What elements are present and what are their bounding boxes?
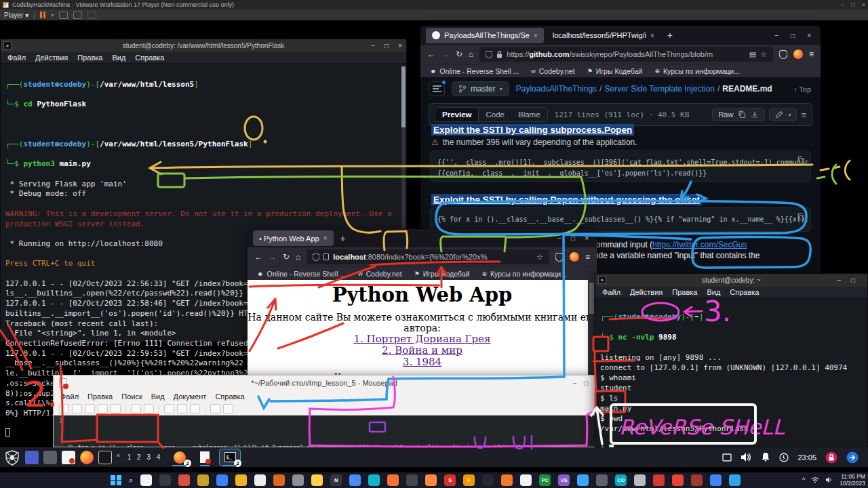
minimize-button[interactable]: −: [573, 380, 577, 387]
save-icon[interactable]: [85, 404, 95, 413]
new-file-icon[interactable]: [59, 404, 69, 413]
bookmark-item[interactable]: ⚑Игры Кодебай: [587, 67, 643, 75]
pinned-app-icon[interactable]: VS: [558, 474, 570, 486]
menu-item[interactable]: Правка: [77, 54, 102, 62]
bookmark-item[interactable]: ⊕Курсы по информаци...: [481, 270, 566, 278]
pinned-app-icon[interactable]: [254, 474, 266, 486]
vmware-close-button[interactable]: ×: [862, 1, 865, 8]
pinned-app-icon[interactable]: [197, 474, 209, 486]
breadcrumb-folder-link[interactable]: Server Side Template Injection: [604, 84, 715, 94]
tab-blame[interactable]: Blame: [511, 108, 547, 121]
tab-localhost-phptwig[interactable]: localhost/lesson5/PHPTwig/i ×: [547, 28, 660, 43]
menu-item[interactable]: Справка: [135, 54, 164, 62]
bookmark-item[interactable]: wCodeby.net: [531, 67, 574, 75]
mousepad-titlebar[interactable]: *~/Рабочий стол/tmp_lesson_5 - Mousepad …: [54, 375, 595, 390]
terminal1-titlebar[interactable]: » student@codeby: /var/www/html/lesson5/…: [1, 39, 406, 52]
pinned-app-icon[interactable]: U: [520, 474, 532, 486]
pinned-app-icon[interactable]: [596, 474, 608, 486]
code-block-2[interactable]: {% for x in ().__class__.__base__.__subc…: [430, 207, 811, 232]
hamburger-menu-icon[interactable]: ≡: [585, 252, 590, 262]
pinned-app-icon[interactable]: [216, 474, 228, 486]
home-button[interactable]: ⌂: [296, 252, 300, 262]
copy-icon[interactable]: [738, 110, 746, 119]
menu-item[interactable]: Действия: [630, 288, 663, 296]
new-tab-button[interactable]: +: [667, 30, 673, 41]
kali-bug-logo-icon[interactable]: [4, 449, 20, 466]
tray-expand-icon[interactable]: ^: [802, 476, 805, 483]
menu-item[interactable]: Файл: [7, 54, 26, 62]
vmware-player-menu[interactable]: Player ▾: [4, 12, 28, 19]
save-as-icon[interactable]: [98, 404, 108, 413]
display-settings-icon[interactable]: [25, 451, 39, 464]
send-ctrl-alt-del-icon[interactable]: [59, 12, 68, 19]
minimize-button[interactable]: −: [774, 32, 778, 39]
forward-button[interactable]: →: [441, 49, 450, 59]
pinned-app-icon[interactable]: [235, 474, 247, 486]
copy-icon[interactable]: [797, 213, 805, 221]
windows-start-button[interactable]: [111, 475, 121, 486]
undo-icon[interactable]: [131, 404, 141, 413]
bookmark-item[interactable]: ⊕Курсы по информаци...: [654, 67, 739, 75]
workspace-switcher[interactable]: 1 2 3 4: [127, 453, 163, 461]
pinned-app-icon[interactable]: [577, 474, 589, 486]
pinned-app-icon[interactable]: [653, 474, 665, 486]
close-button[interactable]: ×: [807, 32, 811, 39]
menu-item[interactable]: Справка: [730, 288, 759, 296]
bookmark-star-icon[interactable]: ☆: [760, 50, 767, 59]
menu-item[interactable]: Файл: [602, 288, 620, 296]
menu-item[interactable]: Вид: [112, 54, 125, 62]
pinned-app-icon[interactable]: N: [330, 474, 342, 486]
pinned-app-icon[interactable]: [634, 474, 646, 486]
pinned-app-icon[interactable]: [406, 474, 418, 486]
menu-item[interactable]: Поиск: [121, 392, 142, 401]
bookmark-item[interactable]: ⚑Игры Кодебай: [414, 270, 470, 278]
bookmark-item[interactable]: ☻Online - Reverse Shell ...: [257, 270, 346, 278]
edit-button-group[interactable]: ▾: [769, 108, 797, 121]
taskbar-terminal-window-button[interactable]: $_ 2: [220, 449, 240, 466]
maximize-button[interactable]: □: [584, 380, 588, 387]
tab-code[interactable]: Code: [479, 108, 511, 121]
pinned-app-icon[interactable]: [159, 474, 171, 486]
menu-item[interactable]: Файл: [60, 392, 79, 401]
open-file-icon[interactable]: [72, 404, 82, 413]
forward-button[interactable]: →: [269, 252, 277, 262]
download-icon[interactable]: [751, 110, 759, 119]
wifi-icon[interactable]: [811, 476, 819, 483]
reload-button[interactable]: ↻: [283, 252, 290, 262]
paste-icon[interactable]: [190, 404, 200, 413]
pinned-app-icon[interactable]: [368, 474, 380, 486]
volume-icon[interactable]: [825, 476, 833, 483]
pause-icon[interactable]: [40, 12, 45, 18]
menu-item[interactable]: Действия: [35, 54, 68, 62]
pinned-app-icon[interactable]: [311, 474, 323, 486]
file-manager-icon[interactable]: [43, 451, 57, 464]
pinned-app-icon[interactable]: [273, 474, 285, 486]
minimize-button[interactable]: −: [557, 235, 561, 242]
menu-item[interactable]: Документ: [174, 392, 207, 401]
back-button[interactable]: ←: [427, 49, 435, 59]
maximize-button[interactable]: □: [851, 277, 855, 284]
pinned-app-icon[interactable]: [387, 474, 399, 486]
pinned-app-icon[interactable]: [729, 474, 741, 486]
menu-item[interactable]: Правка: [87, 392, 113, 401]
vpn-lock-icon[interactable]: [825, 451, 837, 464]
volume-icon[interactable]: [741, 452, 752, 462]
shield-icon[interactable]: [313, 253, 319, 261]
back-to-top-link[interactable]: ↑ Top: [793, 85, 811, 94]
firefox-launcher-icon[interactable]: [80, 451, 94, 464]
tracking-shield-icon[interactable]: [779, 50, 787, 59]
tab-payloadsallthethings[interactable]: PayloadsAllTheThings/Se ×: [426, 28, 544, 43]
maximize-button[interactable]: □: [791, 32, 795, 39]
copy-icon[interactable]: [177, 404, 187, 413]
terminal-launcher-icon[interactable]: [98, 451, 112, 464]
pinned-app-icon[interactable]: [501, 474, 513, 486]
search-icon[interactable]: [210, 404, 220, 413]
new-tab-button[interactable]: +: [340, 233, 346, 244]
hamburger-menu-icon[interactable]: ≡: [809, 49, 814, 59]
fullscreen-icon[interactable]: [73, 12, 82, 19]
pinned-app-icon[interactable]: [140, 474, 152, 486]
book-link-3[interactable]: 3. 1984: [248, 357, 597, 368]
back-button[interactable]: ←: [254, 252, 262, 262]
window-list-icon[interactable]: [722, 453, 732, 462]
editor-text-area[interactable]: 1 {% for x in ().__class__.__base__.__su…: [54, 415, 595, 447]
